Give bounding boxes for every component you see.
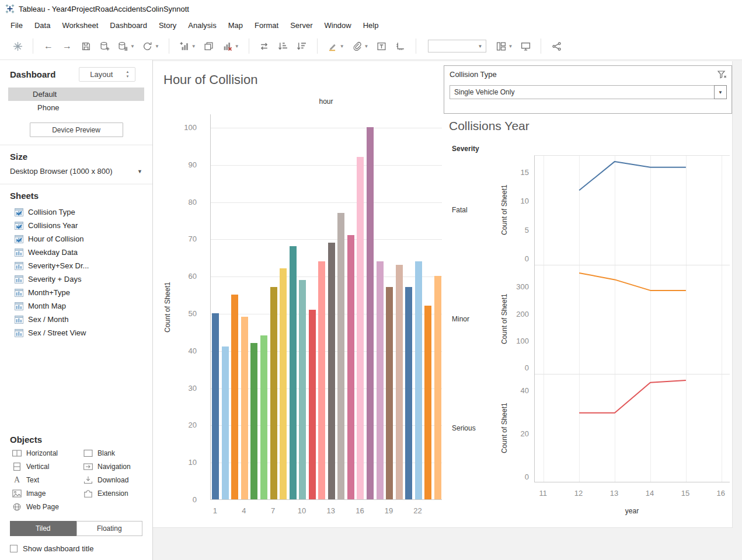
fit-selector[interactable]: ▼ [428,40,486,52]
sheet-item-sex-street-view[interactable]: Sex / Street View [0,326,152,340]
device-mode-default[interactable]: Default [8,88,144,101]
bar-hour-9[interactable] [290,246,297,499]
presentation-mode-button[interactable] [518,38,533,54]
menu-item-dashboard[interactable]: Dashboard [104,19,153,32]
menu-item-window[interactable]: Window [318,19,357,32]
x-tick-label: 15 [677,489,694,498]
sheet-item-hour-of-collision[interactable]: Hour of Collision [0,232,152,246]
bar-hour-8[interactable] [280,268,287,499]
menu-item-analysis[interactable]: Analysis [182,19,222,32]
line-minor[interactable] [579,273,686,290]
x-tick-label: 19 [380,506,398,515]
swap-rows-and-columns-button[interactable] [257,38,272,54]
highlight-button[interactable]: ▼ [325,38,346,54]
bar-hour-13[interactable] [328,243,335,499]
bar-hour-22[interactable] [415,261,422,499]
tiled-button[interactable]: Tiled [10,521,76,536]
sheet-item-severity-days[interactable]: Severity + Days [0,272,152,286]
bar-hour-1[interactable] [212,313,219,499]
fix-axes-button[interactable] [393,38,408,54]
redo-button[interactable]: → [60,38,75,54]
filter-funnel-icon[interactable] [717,71,727,79]
bar-hour-19[interactable] [386,287,393,499]
bar-hour-20[interactable] [396,265,403,499]
bar-hour-6[interactable] [260,335,267,499]
bar-hour-15[interactable] [347,235,354,499]
menu-item-format[interactable]: Format [249,19,284,32]
menu-item-map[interactable]: Map [222,19,249,32]
line-serious[interactable] [579,380,686,413]
sort-descending-button[interactable] [294,38,309,54]
object-web-page[interactable]: Web Page [12,503,83,511]
menu-item-story[interactable]: Story [153,19,182,32]
dropdown-caret-button[interactable]: ▼ [714,85,727,99]
filter-title: Collision Type [450,70,497,79]
sheet-item-sex-month[interactable]: Sex / Month [0,313,152,326]
duplicate-button[interactable] [201,38,217,54]
object-extension[interactable]: Extension [83,489,152,498]
save-button[interactable] [78,38,93,54]
sheet-item-collisions-year[interactable]: Collisions Year [0,219,152,232]
bar-hour-21[interactable] [405,287,412,499]
object-image[interactable]: Image [12,489,83,498]
pane-spinner-icon[interactable]: ▲▼ [126,70,129,78]
bar-hour-2[interactable] [222,346,229,499]
bar-hour-24[interactable] [434,276,441,499]
object-navigation[interactable]: Navigation [83,463,152,471]
show-hide-cards-button[interactable]: ▼ [494,38,515,54]
device-preview-button[interactable]: Device Preview [30,123,123,137]
show-mark-labels-button[interactable] [374,38,389,54]
undo-button[interactable]: ← [41,38,56,54]
cy-y-tick-labels: 051015010020030002040 [508,155,529,482]
bar-hour-4[interactable] [241,317,248,499]
new-data-source-button[interactable] [97,38,112,54]
bar-hour-10[interactable] [299,280,306,499]
tab-dashboard[interactable]: Dashboard [10,69,55,79]
show-dashboard-title-checkbox[interactable] [10,545,18,552]
tableau-logo-button[interactable] [10,38,25,54]
clear-sheet-button[interactable]: ▼ [220,38,241,54]
run-auto-updates-button[interactable]: ▼ [140,38,161,54]
sort-ascending-button[interactable] [276,38,291,54]
severity-header: Severity [452,145,479,153]
y-tick-label: 10 [508,197,529,205]
bar-hour-11[interactable] [309,310,316,499]
menu-item-worksheet[interactable]: Worksheet [56,19,104,32]
pause-auto-updates-button[interactable]: ▼ [116,38,137,54]
object-vertical[interactable]: Vertical [12,463,83,471]
sheet-item-month-map[interactable]: Month Map [0,299,152,313]
sheet-item-collision-type[interactable]: Collision Type [0,205,152,219]
bar-hour-16[interactable] [357,157,364,499]
object-download[interactable]: Download [83,476,152,484]
object-text[interactable]: AText [12,476,83,484]
menu-item-file[interactable]: File [5,19,29,32]
menu-item-help[interactable]: Help [357,19,385,32]
menu-item-server[interactable]: Server [284,19,318,32]
bar-hour-23[interactable] [424,306,431,499]
object-label: Blank [97,449,115,457]
collision-type-dropdown[interactable]: Single Vehicle Only ▼ [450,85,727,99]
y-tick-label: 0 [170,495,197,504]
sheet-item-month-type[interactable]: Month+Type [0,286,152,299]
object-horizontal[interactable]: Horizontal [12,449,83,457]
group-members-button[interactable]: ▼ [350,38,371,54]
object-blank[interactable]: Blank [83,449,152,457]
line-fatal[interactable] [579,162,686,190]
bar-hour-3[interactable] [231,295,238,499]
new-worksheet-button[interactable]: ▼ [177,38,198,54]
bar-hour-18[interactable] [377,261,384,499]
bar-hour-5[interactable] [250,343,257,499]
bar-hour-7[interactable] [270,287,277,499]
tab-layout[interactable]: Layout ▲▼ [79,67,135,82]
size-dropdown[interactable]: Desktop Browser (1000 x 800) ▼ [0,165,152,177]
bar-hour-14[interactable] [337,213,344,499]
sheet-item-severity-sex-dr[interactable]: Severity+Sex Dr... [0,259,152,272]
floating-button[interactable]: Floating [76,521,143,536]
tableau-window: Tableau - Year4ProjectRoadAccidentsColin… [0,0,742,560]
device-mode-phone[interactable]: Phone [8,101,144,114]
bar-hour-17[interactable] [367,127,374,499]
menu-item-data[interactable]: Data [29,19,56,32]
sheet-item-weekday-data[interactable]: Weekday Data [0,246,152,259]
bar-hour-12[interactable] [318,261,325,499]
share-button[interactable] [549,38,564,54]
